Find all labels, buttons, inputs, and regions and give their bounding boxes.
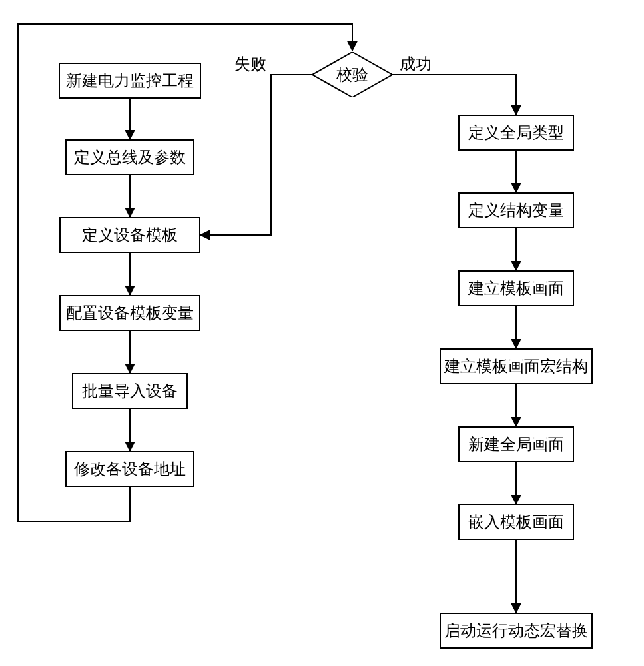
box-modify-addresses: 修改各设备地址 bbox=[65, 451, 194, 487]
box-define-bus: 定义总线及参数 bbox=[65, 139, 194, 175]
box-run-dynamic-macro-replace-label: 启动运行动态宏替换 bbox=[444, 620, 588, 641]
box-define-device-template-label: 定义设备模板 bbox=[82, 224, 178, 246]
box-create-template-screen: 建立模板画面 bbox=[458, 270, 574, 306]
box-batch-import: 批量导入设备 bbox=[72, 373, 188, 409]
flowchart-canvas: 校验 失败 成功 新建电力监控工程 定义总线及参数 定义设备模板 配置设备模板变… bbox=[0, 0, 644, 666]
box-new-power-project-label: 新建电力监控工程 bbox=[66, 70, 194, 91]
box-new-global-screen-label: 新建全局画面 bbox=[468, 434, 564, 455]
box-modify-addresses-label: 修改各设备地址 bbox=[74, 458, 186, 480]
box-create-template-screen-label: 建立模板画面 bbox=[468, 278, 564, 299]
box-embed-template-screen-label: 嵌入模板画面 bbox=[468, 511, 564, 533]
box-define-struct-vars-label: 定义结构变量 bbox=[468, 200, 564, 221]
connectors bbox=[0, 0, 644, 666]
edge-label-fail: 失败 bbox=[234, 53, 266, 75]
box-new-power-project: 新建电力监控工程 bbox=[59, 63, 201, 99]
box-define-struct-vars: 定义结构变量 bbox=[458, 192, 574, 228]
box-batch-import-label: 批量导入设备 bbox=[82, 380, 178, 402]
box-define-bus-label: 定义总线及参数 bbox=[74, 147, 186, 168]
box-config-template-variables: 配置设备模板变量 bbox=[59, 295, 200, 331]
box-new-global-screen: 新建全局画面 bbox=[458, 426, 574, 462]
box-run-dynamic-macro-replace: 启动运行动态宏替换 bbox=[440, 613, 593, 649]
box-define-device-template: 定义设备模板 bbox=[59, 217, 200, 253]
box-config-template-variables-label: 配置设备模板变量 bbox=[66, 302, 194, 324]
box-embed-template-screen: 嵌入模板画面 bbox=[458, 504, 574, 540]
decision-verify-label: 校验 bbox=[312, 52, 392, 97]
decision-verify: 校验 bbox=[312, 52, 392, 97]
box-create-macro-structure-label: 建立模板画面宏结构 bbox=[444, 356, 588, 377]
edge-label-success: 成功 bbox=[400, 53, 432, 75]
box-define-global-type-label: 定义全局类型 bbox=[468, 122, 564, 143]
box-create-macro-structure: 建立模板画面宏结构 bbox=[440, 348, 593, 384]
box-define-global-type: 定义全局类型 bbox=[458, 115, 574, 151]
